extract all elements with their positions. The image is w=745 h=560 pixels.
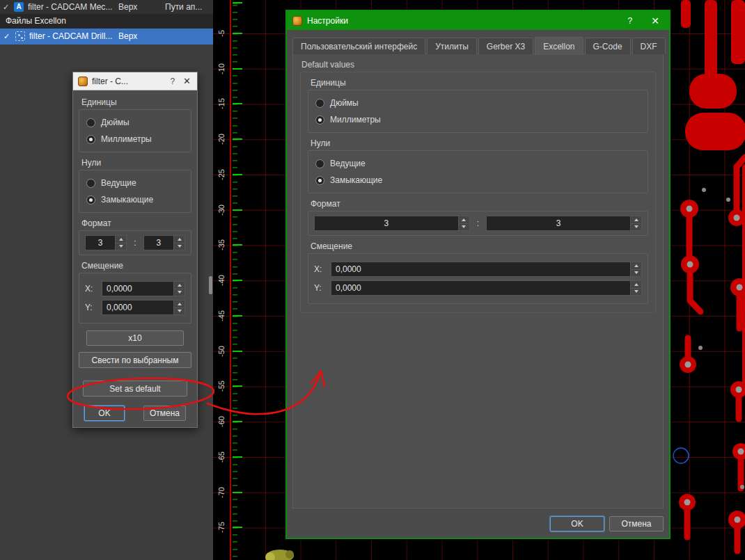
default-values-frame: Единицы Дюймы Миллиметры Нули Веду bbox=[300, 72, 656, 313]
spinner-arrows[interactable] bbox=[115, 236, 126, 250]
selection-circle bbox=[673, 448, 689, 463]
spinbox-value[interactable]: 3 bbox=[487, 216, 630, 230]
radio-option-inches[interactable]: Дюймы bbox=[314, 95, 642, 111]
close-icon[interactable]: ✕ bbox=[647, 15, 664, 26]
format-decimal-spinbox[interactable]: 3 bbox=[486, 216, 642, 231]
spin-up-icon[interactable] bbox=[630, 216, 641, 223]
cancel-button[interactable]: Отмена bbox=[143, 406, 186, 421]
ruler-label: -50 bbox=[215, 344, 228, 359]
spinner-arrows[interactable] bbox=[630, 262, 641, 276]
offset-y-field[interactable]: 0,0000 bbox=[102, 300, 185, 315]
ruler-label: -10 bbox=[215, 61, 228, 77]
close-icon[interactable]: ✕ bbox=[182, 76, 192, 86]
cancel-button[interactable]: Отмена bbox=[609, 516, 664, 531]
gerber-file-row[interactable]: ✓ A filter - CADCAM Mec... Верх Пути ап.… bbox=[0, 0, 213, 14]
excellon-options-dialog: filter - C... ? ✕ Единицы Дюймы Миллимет… bbox=[72, 72, 198, 428]
radio-option-millimeters[interactable]: Миллиметры bbox=[314, 111, 642, 128]
spin-up-icon[interactable] bbox=[173, 236, 185, 243]
spin-up-icon[interactable] bbox=[458, 216, 469, 223]
spin-up-icon[interactable] bbox=[630, 281, 641, 288]
ruler-label: -35 bbox=[215, 237, 228, 253]
spin-down-icon[interactable] bbox=[173, 289, 185, 296]
drill-file-row[interactable]: ✓ filter - CADCAM Drill... Верх bbox=[0, 29, 213, 45]
radio-checked-icon bbox=[86, 195, 95, 205]
radio-option-inches[interactable]: Дюймы bbox=[85, 114, 185, 131]
spinner-arrows[interactable] bbox=[630, 281, 641, 295]
field-value[interactable]: 0,0000 bbox=[102, 301, 173, 314]
radio-checked-icon bbox=[315, 115, 324, 125]
row-checkmark[interactable]: ✓ bbox=[3, 0, 9, 14]
format-integer-spinbox[interactable]: 3 bbox=[85, 235, 127, 250]
drill-file-icon bbox=[15, 31, 25, 41]
offset-groupbox: X: 0,0000 Y: 0,0000 bbox=[79, 273, 191, 323]
radio-label: Ведущие bbox=[101, 178, 136, 188]
offset-y-field[interactable]: 0,0000 bbox=[331, 280, 642, 296]
ok-button[interactable]: OK bbox=[84, 406, 125, 421]
spin-up-icon[interactable] bbox=[173, 282, 185, 289]
radio-option-trailing[interactable]: Замыкающие bbox=[314, 172, 642, 189]
ruler-label: -75 bbox=[215, 520, 228, 535]
spin-down-icon[interactable] bbox=[115, 243, 126, 250]
gerber-file-icon: A bbox=[14, 2, 24, 12]
radio-label: Миллиметры bbox=[330, 115, 381, 125]
offset-x-field[interactable]: 0,0000 bbox=[102, 281, 185, 296]
dialog-titlebar[interactable]: filter - C... ? ✕ bbox=[73, 72, 197, 90]
vertical-ruler: -5 -10 -15 -20 -25 -30 -35 -40 -45 -50 -… bbox=[213, 0, 245, 560]
spinbox-value[interactable]: 3 bbox=[86, 236, 115, 250]
spin-down-icon[interactable] bbox=[630, 269, 641, 277]
spin-down-icon[interactable] bbox=[630, 223, 641, 231]
spinner-arrows[interactable] bbox=[173, 301, 185, 314]
tab-gerber-x3[interactable]: Gerber X3 bbox=[478, 38, 533, 54]
apply-to-selected-button[interactable]: Свести по выбранным bbox=[79, 352, 191, 368]
offset-x-field[interactable]: 0,0000 bbox=[331, 262, 642, 277]
file-name[interactable]: filter - CADCAM Mec... bbox=[28, 0, 112, 14]
spin-up-icon[interactable] bbox=[630, 262, 641, 269]
ok-button[interactable]: OK bbox=[550, 516, 604, 531]
offset-group-label: Смещение bbox=[81, 261, 190, 271]
radio-label: Дюймы bbox=[101, 118, 130, 127]
tab-excellon[interactable]: Excellon bbox=[535, 37, 583, 55]
help-button[interactable]: ? bbox=[167, 77, 178, 86]
units-groupbox: Дюймы Миллиметры bbox=[79, 109, 191, 152]
spinner-arrows[interactable] bbox=[173, 236, 185, 250]
radio-label: Дюймы bbox=[330, 98, 359, 108]
tab-utilities[interactable]: Утилиты bbox=[427, 38, 477, 54]
field-value[interactable]: 0,0000 bbox=[331, 281, 630, 295]
format-decimal-spinbox[interactable]: 3 bbox=[143, 235, 185, 250]
field-value[interactable]: 0,0000 bbox=[102, 282, 173, 296]
spin-down-icon[interactable] bbox=[173, 243, 185, 250]
spinner-arrows[interactable] bbox=[630, 216, 641, 230]
file-name[interactable]: filter - CADCAM Drill... bbox=[29, 29, 112, 45]
spinner-arrows[interactable] bbox=[458, 216, 469, 230]
offset-y-label: Y: bbox=[314, 283, 325, 293]
spin-up-icon[interactable] bbox=[173, 301, 185, 307]
radio-option-millimeters[interactable]: Миллиметры bbox=[85, 131, 185, 147]
spinbox-value[interactable]: 3 bbox=[144, 236, 173, 250]
set-as-default-button[interactable]: Set as default bbox=[83, 381, 187, 397]
radio-option-leading[interactable]: Ведущие bbox=[85, 175, 185, 191]
tab-dxf[interactable]: DXF bbox=[632, 38, 666, 54]
field-value[interactable]: 0,0000 bbox=[331, 262, 630, 276]
help-button[interactable]: ? bbox=[618, 16, 643, 26]
row-checkmark[interactable]: ✓ bbox=[3, 29, 10, 45]
spin-down-icon[interactable] bbox=[458, 223, 469, 231]
file-layer: Верх bbox=[118, 0, 137, 14]
spin-up-icon[interactable] bbox=[115, 236, 126, 243]
ruler-label: -70 bbox=[215, 485, 228, 500]
panel-splitter-handle[interactable] bbox=[209, 276, 212, 294]
spinner-arrows[interactable] bbox=[173, 282, 185, 296]
spinbox-value[interactable]: 3 bbox=[315, 216, 458, 230]
x10-button[interactable]: x10 bbox=[86, 330, 184, 346]
tab-user-interface[interactable]: Пользовательский интерфейс bbox=[292, 38, 425, 54]
format-integer-spinbox[interactable]: 3 bbox=[314, 216, 470, 231]
dialog-title: filter - C... bbox=[92, 77, 163, 86]
settings-tab-bar: Пользовательский интерфейс Утилиты Gerbe… bbox=[292, 36, 664, 54]
settings-titlebar[interactable]: Настройки ? ✕ bbox=[287, 11, 669, 30]
tab-g-code[interactable]: G-Code bbox=[585, 38, 631, 54]
spin-down-icon[interactable] bbox=[173, 307, 185, 315]
ruler-label: -15 bbox=[215, 96, 228, 111]
radio-option-leading[interactable]: Ведущие bbox=[314, 155, 642, 172]
spin-down-icon[interactable] bbox=[630, 288, 641, 296]
zeros-group-label: Нули bbox=[81, 158, 190, 168]
radio-option-trailing[interactable]: Замыкающие bbox=[85, 191, 185, 208]
